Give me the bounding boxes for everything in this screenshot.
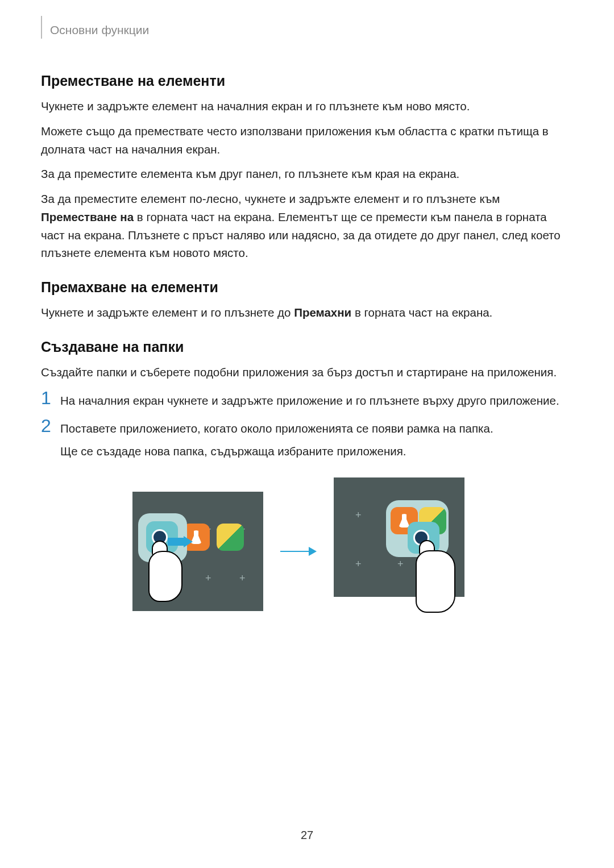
- gallery-icon: [217, 524, 244, 551]
- remove-p1-pre: Чукнете и задръжте елемент и го плъзнете…: [41, 306, 294, 319]
- page-number: 27: [0, 829, 614, 842]
- remove-p1: Чукнете и задръжте елемент и го плъзнете…: [41, 304, 573, 322]
- figure-right-wrap: + + + + +: [334, 477, 482, 625]
- section-title-move: Преместване на елементи: [41, 73, 573, 89]
- remove-p1-bold: Премахни: [294, 306, 351, 319]
- move-p3: За да преместите елемента към друг панел…: [41, 165, 573, 183]
- step-1-text: На началния екран чукнете и задръжте при…: [60, 388, 559, 410]
- drag-arrow-icon: [168, 536, 194, 547]
- transition-arrow-icon: [280, 546, 317, 557]
- move-p4-pre: За да преместите елемент по-лесно, чукне…: [41, 192, 500, 205]
- move-p4: За да преместите елемент по-лесно, чукне…: [41, 190, 573, 262]
- step-1-number: 1: [41, 388, 60, 410]
- placeholder-plus-icon: +: [397, 558, 404, 570]
- move-p4-bold: Преместване на: [41, 210, 134, 223]
- placeholder-plus-icon: +: [355, 509, 362, 521]
- folder-figure: + + + + + + +: [41, 477, 573, 625]
- breadcrumb: Основни функции: [50, 23, 149, 37]
- move-p1: Чукнете и задръжте елемент на началния е…: [41, 97, 573, 115]
- section-title-remove: Премахване на елементи: [41, 279, 573, 296]
- step-2-text: Поставете приложението, когато около при…: [60, 416, 493, 438]
- section-title-folders: Създаване на папки: [41, 339, 573, 355]
- folders-intro: Създайте папки и съберете подобни прилож…: [41, 363, 573, 381]
- placeholder-plus-icon: +: [355, 558, 362, 570]
- remove-p1-post: в горната част на екрана.: [351, 306, 492, 319]
- step-2-number: 2: [41, 416, 60, 438]
- move-p2: Можете също да премествате често използв…: [41, 122, 573, 159]
- step-1-row: 1 На началния екран чукнете и задръжте п…: [41, 388, 573, 410]
- header-rule: [41, 16, 42, 39]
- figure-left-screen: + + + +: [132, 492, 263, 611]
- step-2-subtext: Ще се създаде нова папка, съдържаща избр…: [60, 442, 573, 460]
- placeholder-plus-icon: +: [205, 572, 211, 584]
- step-2-row: 2 Поставете приложението, когато около п…: [41, 416, 573, 438]
- placeholder-plus-icon: +: [239, 572, 246, 584]
- page-header: Основни функции: [41, 22, 573, 39]
